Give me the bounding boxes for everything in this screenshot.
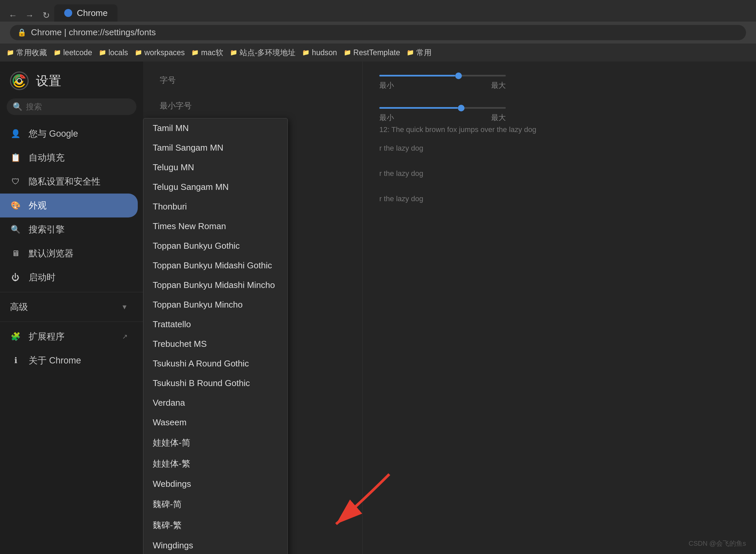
folder-icon: 📁 — [230, 49, 237, 56]
dropdown-item-8[interactable]: Toppan Bunkyu Midashi Mincho — [143, 275, 288, 295]
folder-icon: 📁 — [302, 49, 309, 56]
search-bar[interactable]: 🔍 搜索 — [7, 99, 137, 115]
dropdown-item-3[interactable]: Telugu Sangam MN — [143, 177, 288, 197]
search-placeholder: 搜索 — [26, 101, 42, 112]
sidebar-item-advanced[interactable]: 高级 ▼ — [0, 295, 138, 319]
bookmark-label: workspaces — [144, 48, 185, 57]
folder-icon: 📁 — [344, 49, 351, 56]
bookmark-hudson[interactable]: 📁 hudson — [302, 48, 337, 57]
address-bar[interactable]: 🔒 Chrome | chrome://settings/fonts — [10, 25, 746, 40]
bookmark-label: locals — [108, 48, 128, 57]
dropdown-item-7[interactable]: Toppan Bunkyu Midashi Gothic — [143, 256, 288, 275]
bookmark-changyong[interactable]: 📁 常用收藏 — [7, 48, 47, 58]
bookmark-workspaces[interactable]: 📁 workspaces — [135, 48, 185, 57]
font-right-panel: 最小 最大 最小 — [363, 61, 756, 554]
slider-thumb[interactable] — [455, 72, 462, 79]
folder-icon: 📁 — [135, 49, 142, 56]
dropdown-item-4[interactable]: Thonburi — [143, 197, 288, 217]
font-size-slider-section: 最小 最大 — [379, 75, 739, 91]
divider — [0, 292, 143, 292]
dropdown-item-17[interactable]: 娃娃体-繁 — [143, 453, 288, 474]
page-container: ← → ↻ Chrome 🔒 Chrome | chrome://setting… — [0, 0, 756, 554]
dropdown-item-6[interactable]: Toppan Bunkyu Gothic — [143, 236, 288, 256]
slider-max-label: 最大 — [491, 80, 506, 91]
min-font-size-slider-row — [379, 107, 739, 109]
dropdown-item-16[interactable]: 娃娃体-简 — [143, 432, 288, 453]
folder-icon: 📁 — [407, 49, 414, 56]
sans-preview-section: r the lazy dog — [379, 169, 739, 178]
dropdown-item-15[interactable]: Waseem — [143, 413, 288, 432]
shield-icon: 🛡 — [10, 176, 21, 187]
sidebar-label-appearance: 外观 — [29, 200, 47, 212]
dropdown-item-2[interactable]: Telugu MN — [143, 158, 288, 177]
app-body: 设置 🔍 搜索 👤 您与 Google 📋 自动填充 🛡 隐私设置和安全性 🎨 — [0, 61, 756, 554]
info-icon: ℹ — [10, 355, 21, 366]
sidebar-item-startup[interactable]: ⏻ 启动时 — [0, 265, 138, 289]
sidebar-item-about[interactable]: ℹ 关于 Chrome — [0, 348, 138, 373]
font-size-track[interactable] — [379, 75, 506, 76]
sidebar-label-autofill: 自动填充 — [29, 152, 64, 164]
bookmark-label: 常用收藏 — [16, 48, 47, 58]
font-size-section: 字号 — [160, 75, 346, 86]
back-button[interactable]: ← — [7, 9, 19, 21]
dropdown-item-19[interactable]: 魏碑-简 — [143, 494, 288, 515]
dropdown-item-5[interactable]: Times New Roman — [143, 217, 288, 236]
bookmark-resttemplate[interactable]: 📁 RestTemplate — [344, 48, 400, 57]
sidebar-label-extensions: 扩展程序 — [29, 331, 64, 342]
sidebar-label-google: 您与 Google — [29, 128, 78, 140]
font-size-label: 字号 — [160, 75, 346, 86]
slider2-thumb[interactable] — [458, 105, 464, 111]
slider-min-label: 最小 — [379, 80, 394, 91]
dropdown-item-13[interactable]: Tsukushi B Round Gothic — [143, 374, 288, 393]
font-size-minmax: 最小 最大 — [379, 80, 506, 91]
dropdown-item-9[interactable]: Toppan Bunkyu Mincho — [143, 295, 288, 315]
font-dropdown[interactable]: Tamil MNTamil Sangam MNTelugu MNTelugu S… — [143, 118, 288, 554]
chevron-down-icon: ▼ — [121, 303, 128, 311]
dropdown-item-0[interactable]: Tamil MN — [143, 118, 288, 138]
sidebar-label-default-browser: 默认浏览器 — [29, 247, 73, 259]
bottom-preview-section: r the lazy dog — [379, 195, 739, 203]
folder-icon: 📁 — [191, 49, 199, 56]
dropdown-item-10[interactable]: Trattatello — [143, 315, 288, 334]
nav-controls: ← → ↻ — [7, 9, 53, 21]
sidebar-item-default-browser[interactable]: 🖥 默认浏览器 — [0, 241, 138, 265]
sidebar-item-privacy[interactable]: 🛡 隐私设置和安全性 — [0, 170, 138, 193]
active-tab[interactable]: Chrome — [54, 4, 117, 21]
min-font-size-track[interactable] — [379, 107, 506, 109]
dropdown-item-12[interactable]: Tsukushi A Round Gothic — [143, 354, 288, 374]
forward-button[interactable]: → — [23, 9, 36, 21]
sidebar-item-search[interactable]: 🔍 搜索引擎 — [0, 218, 138, 241]
sidebar-item-google[interactable]: 👤 您与 Google — [0, 122, 138, 146]
bookmark-locals[interactable]: 📁 locals — [99, 48, 128, 57]
sidebar-label-search: 搜索引擎 — [29, 223, 64, 235]
refresh-button[interactable]: ↻ — [40, 9, 53, 21]
watermark: CSDN @会飞的鱼s — [689, 539, 746, 548]
dropdown-item-14[interactable]: Verdana — [143, 393, 288, 413]
dropdown-item-11[interactable]: Trebuchet MS — [143, 334, 288, 354]
browser-icon: 🖥 — [10, 248, 21, 259]
serif-preview-text: r the lazy dog — [379, 144, 739, 153]
bookmark-site[interactable]: 📁 站点-多环境地址 — [230, 48, 296, 58]
bookmark-label: 站点-多环境地址 — [240, 48, 296, 58]
bookmark-label: leetcode — [63, 48, 92, 57]
bookmark-mac[interactable]: 📁 mac软 — [191, 48, 223, 58]
dropdown-item-20[interactable]: 魏碑-繁 — [143, 515, 288, 536]
autofill-icon: 📋 — [10, 152, 21, 163]
bookmark-label: mac软 — [201, 48, 223, 58]
preview-text: 12: The quick brown fox jumps over the l… — [379, 125, 739, 134]
bookmark-leetcode[interactable]: 📁 leetcode — [54, 48, 92, 57]
bookmark-label: hudson — [312, 48, 337, 57]
min-font-size-minmax: 最小 最大 — [379, 113, 506, 123]
extensions-icon: 🧩 — [10, 331, 21, 342]
dropdown-item-21[interactable]: Wingdings — [143, 536, 288, 554]
serif-preview-section: r the lazy dog — [379, 144, 739, 153]
sidebar-label-startup: 启动时 — [29, 271, 56, 283]
sidebar-item-autofill[interactable]: 📋 自动填充 — [0, 146, 138, 170]
sidebar-item-appearance[interactable]: 🎨 外观 — [0, 193, 138, 218]
dropdown-item-1[interactable]: Tamil Sangam MN — [143, 138, 288, 158]
sans-preview-text: r the lazy dog — [379, 169, 739, 178]
dropdown-item-18[interactable]: Webdings — [143, 474, 288, 494]
sidebar-item-extensions[interactable]: 🧩 扩展程序 ↗ — [0, 325, 138, 348]
search-nav-icon: 🔍 — [10, 224, 21, 235]
bookmark-common[interactable]: 📁 常用 — [407, 48, 432, 58]
